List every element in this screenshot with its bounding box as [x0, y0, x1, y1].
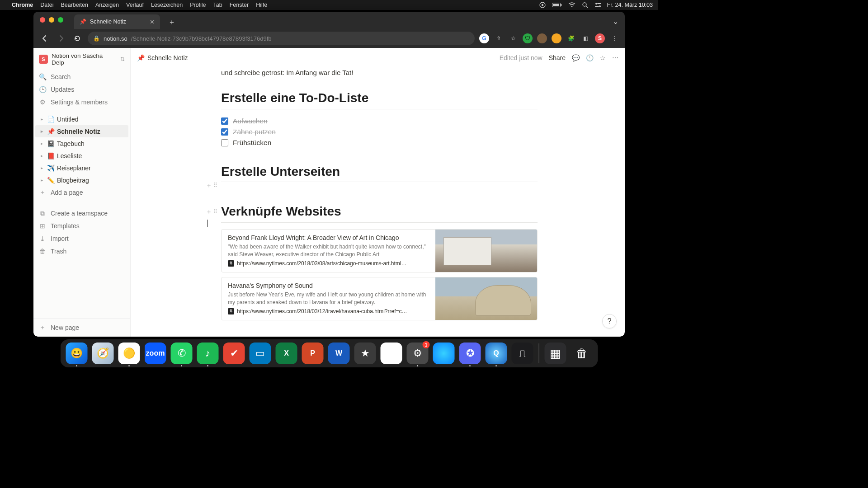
extension-orange-icon[interactable]	[552, 33, 561, 43]
sidebar-page-item[interactable]: ▸✈️Reiseplaner	[35, 162, 128, 174]
dock-app-imovie[interactable]: ★	[354, 343, 376, 364]
sidebar-page-item[interactable]: ▸✏️Blogbeitrag	[35, 174, 128, 186]
dock-app-trello[interactable]: ▭	[250, 343, 271, 364]
sidebar-page-item[interactable]: ▸📕Leseliste	[35, 150, 128, 162]
dock-app-settings[interactable]: ⚙1	[407, 343, 429, 364]
sidebar-add-page[interactable]: ＋ Add a page	[33, 186, 130, 199]
web-bookmark[interactable]: Havana's Symphony of SoundJust before Ne…	[221, 277, 538, 320]
extension-circle-icon[interactable]	[537, 33, 547, 43]
caret-icon[interactable]: ▸	[38, 178, 45, 183]
sidebar-new-page[interactable]: ＋ New page	[33, 319, 130, 337]
window-maximize-button[interactable]	[58, 17, 63, 23]
web-bookmark[interactable]: Beyond Frank Lloyd Wright: A Broader Vie…	[221, 229, 538, 272]
dock-app-voice-memos[interactable]: ⎍	[512, 343, 533, 364]
dock-app-discord[interactable]: ✪	[459, 343, 481, 364]
spotlight-icon[interactable]	[582, 2, 588, 8]
screen-record-icon[interactable]	[539, 2, 546, 8]
menu-bearbeiten[interactable]: Bearbeiten	[61, 2, 88, 8]
caret-icon[interactable]: ▸	[38, 165, 45, 170]
profile-avatar-icon[interactable]: S	[595, 33, 605, 43]
menu-lesezeichen[interactable]: Lesezeichen	[151, 2, 183, 8]
todo-checkbox[interactable]	[221, 117, 228, 125]
window-close-button[interactable]	[40, 17, 45, 23]
extensions-puzzle-icon[interactable]: 🧩	[566, 33, 576, 43]
caret-icon[interactable]: ▸	[38, 141, 45, 146]
updates-icon[interactable]: 🕒	[586, 54, 594, 61]
add-block-icon[interactable]: ＋	[206, 182, 212, 190]
menu-profile[interactable]: Profile	[190, 2, 206, 8]
caret-icon[interactable]: ▸	[38, 129, 45, 134]
new-tab-button[interactable]: ＋	[165, 16, 179, 29]
block-handle[interactable]: ＋ ⠿	[206, 182, 217, 190]
menubar-app-name[interactable]: Chrome	[12, 2, 33, 8]
dock-app-finder[interactable]: 😀	[66, 343, 88, 364]
sidepanel-icon[interactable]: ◧	[580, 33, 590, 43]
google-translate-icon[interactable]: G	[479, 33, 489, 43]
menu-tab[interactable]: Tab	[213, 2, 222, 8]
dock-app-drive[interactable]: ▲	[381, 343, 402, 364]
more-menu-icon[interactable]: ⋯	[612, 54, 618, 61]
heading-todo[interactable]: Erstelle eine To-Do-Liste	[221, 91, 538, 105]
window-minimize-button[interactable]	[49, 17, 54, 23]
heading-subpages[interactable]: Erstelle Unterseiten	[221, 164, 538, 179]
dock-app-mission-control[interactable]: ▦	[545, 343, 566, 364]
menu-anzeigen[interactable]: Anzeigen	[95, 2, 119, 8]
extension-shield-icon[interactable]: 🛡	[523, 33, 533, 43]
dock-app-zoom[interactable]: zoom	[145, 343, 166, 364]
browser-tab[interactable]: 📌 Schnelle Notiz ✕	[74, 14, 160, 29]
sidebar-trash[interactable]: 🗑 Trash	[33, 245, 130, 258]
comments-icon[interactable]: 💬	[572, 54, 580, 61]
sidebar-create-teamspace[interactable]: ⧉ Create a teamspace	[33, 207, 130, 220]
workspace-switcher[interactable]: S Notion von Sascha Delp ⇅	[33, 48, 130, 70]
sidebar-page-item[interactable]: ▸📓Tagebuch	[35, 137, 128, 150]
heading-links[interactable]: Verknüpfe Websites	[221, 204, 538, 219]
menu-datei[interactable]: Datei	[40, 2, 53, 8]
dock-app-safari[interactable]: 🧭	[92, 343, 114, 364]
nav-forward-button[interactable]	[55, 33, 67, 44]
sidebar-updates[interactable]: 🕒 Updates	[33, 83, 130, 96]
page-content[interactable]: und schreibe getrost: Im Anfang war die …	[131, 68, 625, 337]
caret-icon[interactable]: ▸	[38, 153, 45, 158]
caret-icon[interactable]: ▸	[38, 117, 45, 122]
address-bar[interactable]: 🔒 notion.so/Schnelle-Notiz-73c9b7b98bcf4…	[88, 32, 475, 45]
dock-app-spotify[interactable]: ♪	[197, 343, 219, 364]
nav-back-button[interactable]	[39, 33, 51, 44]
share-button[interactable]: Share	[549, 54, 566, 61]
dock-app-excel[interactable]: X	[276, 343, 297, 364]
sidebar-page-item[interactable]: ▸📌Schnelle Notiz	[35, 125, 128, 137]
drag-handle-icon[interactable]: ⠿	[213, 182, 217, 190]
menubar-datetime[interactable]: Fr. 24. März 10:03	[607, 2, 653, 8]
sidebar-search[interactable]: 🔍 Search	[33, 70, 130, 83]
dock-app-word[interactable]: W	[328, 343, 350, 364]
block-handle[interactable]: ＋ ⠿	[206, 208, 217, 216]
dock-app-quicktime[interactable]: Q	[486, 343, 507, 364]
todo-checkbox[interactable]	[221, 139, 228, 146]
tab-overflow-icon[interactable]: ⌄	[613, 17, 618, 26]
nav-reload-button[interactable]	[71, 33, 83, 44]
add-block-icon[interactable]: ＋	[206, 208, 212, 216]
drag-handle-icon[interactable]: ⠿	[213, 208, 217, 216]
breadcrumb[interactable]: 📌 Schnelle Notiz	[137, 54, 188, 61]
tab-close-icon[interactable]: ✕	[150, 19, 155, 25]
share-icon[interactable]: ⇧	[494, 33, 504, 43]
todo-checkbox[interactable]	[221, 128, 228, 136]
menu-hilfe[interactable]: Hilfe	[256, 2, 267, 8]
sidebar-import[interactable]: ⤓ Import	[33, 232, 130, 245]
dock-app-chrome[interactable]: 🟡	[118, 343, 140, 364]
dock-app-todoist[interactable]: ✔	[223, 343, 245, 364]
menu-verlauf[interactable]: Verlauf	[126, 2, 144, 8]
todo-item[interactable]: Frühstücken	[221, 137, 538, 148]
dock-app-siri[interactable]	[433, 343, 455, 364]
sidebar-templates[interactable]: ⊞ Templates	[33, 220, 130, 232]
bookmark-star-icon[interactable]: ☆	[508, 33, 518, 43]
text-block[interactable]: und schreibe getrost: Im Anfang war die …	[221, 68, 538, 84]
wifi-icon[interactable]	[568, 2, 576, 8]
sidebar-page-item[interactable]: ▸📄Untitled	[35, 113, 128, 125]
todo-item[interactable]: Zähne putzen	[221, 127, 538, 137]
dock-app-trash[interactable]: 🗑	[571, 343, 593, 364]
dock-app-whatsapp[interactable]: ✆	[171, 343, 193, 364]
chrome-menu-icon[interactable]: ⋮	[609, 33, 619, 43]
todo-item[interactable]: Aufwachen	[221, 116, 538, 127]
control-center-icon[interactable]	[594, 2, 602, 8]
battery-icon[interactable]	[552, 2, 562, 8]
